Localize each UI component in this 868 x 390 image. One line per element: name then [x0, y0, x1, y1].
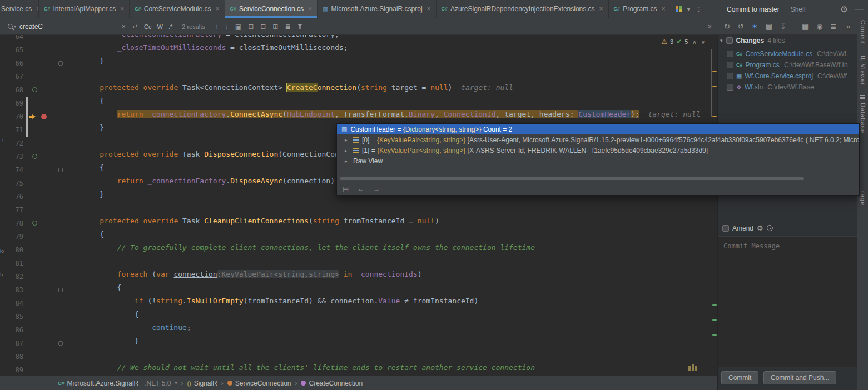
- tab-close-icon[interactable]: ×: [599, 5, 603, 13]
- file-tab-internalapimapper-cs[interactable]: C#InternalApiMapper.cs×: [39, 0, 130, 18]
- editor-scrollbar[interactable]: [710, 35, 717, 376]
- changes-checkbox[interactable]: [726, 37, 733, 44]
- tool-stripe-database[interactable]: Database: [860, 103, 866, 133]
- fold-marker-icon[interactable]: [58, 61, 63, 66]
- file-tab-coreservicemodule-cs[interactable]: C#CoreServiceModule.cs×: [130, 0, 225, 18]
- popup-scrollbar[interactable]: [339, 176, 857, 182]
- changed-file-row-coreservicemodule-cs[interactable]: C#CoreServiceModule.csC:\dev\Wf.: [727, 48, 856, 59]
- inspections-widget[interactable]: ⚠ 3 ✔ 5 ∧ ∨: [661, 38, 705, 46]
- expand-chevron-icon[interactable]: ▸: [345, 137, 350, 143]
- tool-tab-shelf[interactable]: Shelf: [785, 6, 811, 13]
- whole-words-toggle[interactable]: W: [155, 23, 166, 31]
- search-history-chevron-icon[interactable]: ▾: [14, 24, 16, 29]
- debugger-popup-selected-row[interactable]: ▦ CustomHeader = {Dictionary<string, str…: [337, 124, 859, 134]
- tab-close-icon[interactable]: ×: [661, 5, 665, 13]
- expand-chevron-icon[interactable]: ▸: [345, 148, 350, 153]
- back-icon[interactable]: ←: [358, 185, 364, 193]
- refresh-icon[interactable]: ↻: [721, 22, 733, 31]
- more-options-chevron[interactable]: »: [843, 22, 854, 31]
- settings-gear-icon[interactable]: ⚙: [840, 4, 848, 14]
- breakpoint-icon[interactable]: [41, 114, 47, 119]
- tab-close-icon[interactable]: ×: [120, 5, 124, 13]
- search-option-icon-1[interactable]: ⊡: [245, 23, 257, 31]
- prev-problem-icon[interactable]: ∧: [692, 39, 696, 45]
- match-case-toggle[interactable]: Cc: [141, 23, 154, 31]
- search-input[interactable]: createC: [19, 23, 118, 31]
- fold-marker-icon[interactable]: [58, 168, 63, 172]
- open-results-icon[interactable]: ▣: [232, 23, 245, 31]
- commit-history-icon[interactable]: [767, 225, 773, 231]
- collapse-chevron-icon[interactable]: ▾: [720, 38, 723, 43]
- regex-toggle[interactable]: .*: [166, 23, 175, 31]
- commit-button[interactable]: Commit: [721, 371, 758, 384]
- chevron-down-icon[interactable]: ▾: [175, 381, 177, 386]
- file-tab-service-cs[interactable]: Service.cs×: [0, 0, 39, 18]
- group-by-icon[interactable]: ▦: [798, 22, 812, 31]
- next-match-icon[interactable]: ↓: [222, 23, 232, 31]
- previous-match-icon[interactable]: ↑: [212, 23, 222, 31]
- changed-file-row-program-cs[interactable]: C#Program.csC:\dev\Wf.Base\Wf.In: [727, 59, 856, 71]
- newline-icon[interactable]: ↵: [129, 23, 141, 31]
- tool-tab-commit-to-master[interactable]: Commit to master: [721, 6, 785, 13]
- tool-stripe-rage[interactable]: rage: [860, 191, 866, 206]
- breadcrumb-microsoft-azure-signalr[interactable]: C#Microsoft.Azure.SignalR.NET 5.0▾: [58, 379, 177, 387]
- fold-marker-icon[interactable]: [58, 341, 63, 346]
- file-tab-azuresignalrdependencyinjectionextensions-cs[interactable]: C#AzureSignalRDependencyInjectionExtensi…: [437, 0, 609, 18]
- breadcrumb-createconnection[interactable]: CreateConnection: [301, 379, 363, 387]
- override-gutter-icon[interactable]: [32, 87, 37, 92]
- search-option-icon-2[interactable]: ⊟: [257, 23, 269, 31]
- changed-file-row-wf-sln[interactable]: ❖Wf.slnC:\dev\Wf.Base: [727, 82, 856, 93]
- amend-checkbox[interactable]: [722, 225, 729, 232]
- file-checkbox[interactable]: [727, 51, 733, 57]
- forward-icon[interactable]: →: [373, 185, 380, 193]
- code-editor[interactable]: 6465666768697071727374757677787980818283…: [4, 35, 717, 376]
- file-tab-label: ServiceConnection.cs: [239, 5, 304, 13]
- scrollbar-thumb[interactable]: [711, 49, 712, 117]
- file-checkbox[interactable]: [727, 62, 733, 68]
- tool-stripe-commit[interactable]: Commit: [860, 20, 866, 44]
- close-search-icon[interactable]: ×: [708, 23, 712, 31]
- commit-and-push-button[interactable]: Commit and Push...: [763, 371, 836, 384]
- hide-panel-icon[interactable]: —: [855, 4, 864, 14]
- clear-search-icon[interactable]: ×: [118, 23, 129, 31]
- tool-stripe-il-viewer[interactable]: IL Viewer: [860, 56, 866, 86]
- changed-file-row-wf-core-service-csproj[interactable]: ▦Wf.Core.Service.csprojC:\dev\Wf: [727, 71, 856, 82]
- shelve-silently-icon[interactable]: ✶: [748, 22, 761, 31]
- tab-close-icon[interactable]: ×: [308, 5, 312, 13]
- file-tab-microsoft-azure-signalr-csproj[interactable]: ▦Microsoft.Azure.SignalR.csproj×: [318, 0, 436, 18]
- sort-results-icon[interactable]: ≣: [281, 23, 294, 31]
- gutter-row: 86: [4, 323, 82, 337]
- image-file-tab-icon[interactable]: [676, 6, 682, 12]
- tab-close-icon[interactable]: ×: [216, 5, 220, 13]
- rollback-icon[interactable]: ↺: [735, 22, 747, 31]
- commit-message-area[interactable]: Commit Message: [718, 236, 857, 367]
- next-problem-icon[interactable]: ∨: [701, 39, 705, 45]
- red-annotation-underline: FREDRIK-WALLÉN-: [528, 147, 589, 154]
- update-icon[interactable]: ↧: [777, 22, 790, 31]
- file-tab-serviceconnection-cs[interactable]: C#ServiceConnection.cs×: [225, 0, 318, 18]
- fold-marker-icon[interactable]: [58, 288, 63, 292]
- override-gutter-icon[interactable]: [32, 221, 37, 226]
- preview-diff-icon[interactable]: ◉: [813, 22, 826, 31]
- file-checkbox[interactable]: [727, 84, 733, 91]
- pin-to-editor-icon[interactable]: ▤: [343, 185, 349, 193]
- changelist-icon[interactable]: ▤: [762, 22, 776, 31]
- raw-view-row[interactable]: ▸ Raw View: [337, 156, 859, 166]
- popup-row-1[interactable]: ▸[1] = {KeyValuePair<string, string>} [X…: [337, 145, 859, 156]
- file-tab-program-cs[interactable]: C#Program.cs×: [609, 0, 671, 18]
- changes-tree-header[interactable]: ▾ Changes 4 files: [720, 37, 785, 44]
- tab-extras: ▾ ⋮: [671, 0, 707, 18]
- breadcrumb-signalr[interactable]: ()SignalR: [187, 379, 217, 387]
- expand-all-icon[interactable]: ≣: [827, 22, 840, 31]
- hidden-tabs-chevron-icon[interactable]: ▾: [687, 6, 691, 13]
- file-checkbox[interactable]: [727, 73, 733, 79]
- commit-options-gear-icon[interactable]: ⚙: [757, 224, 763, 232]
- override-gutter-icon[interactable]: [32, 154, 37, 159]
- tab-options-kebab-icon[interactable]: ⋮: [696, 6, 702, 13]
- breadcrumb-serviceconnection[interactable]: ServiceConnection: [227, 379, 291, 387]
- popup-row-0[interactable]: ▸[0] = {KeyValuePair<string, string>} [A…: [337, 134, 859, 145]
- tab-close-icon[interactable]: ×: [427, 5, 431, 13]
- expand-chevron-icon[interactable]: ▸: [345, 158, 350, 164]
- search-option-icon-3[interactable]: ⊞: [269, 23, 281, 31]
- filter-results-icon[interactable]: [297, 24, 302, 29]
